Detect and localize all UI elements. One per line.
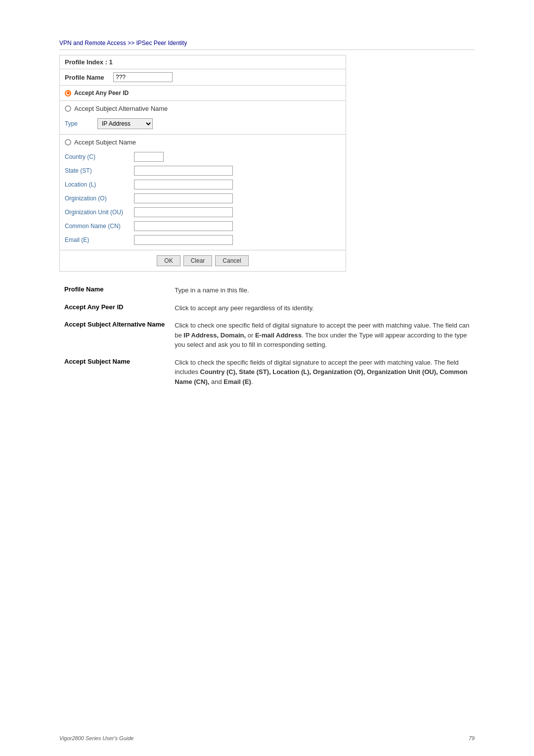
accept-any-peer-radio[interactable]	[65, 90, 71, 96]
email-label: Email (E)	[65, 236, 124, 243]
description-table: Profile Name Type in a name in this file…	[59, 282, 475, 390]
ok-button[interactable]: OK	[157, 255, 180, 266]
subject-name-label: Accept Subject Name	[74, 139, 136, 146]
subject-name-header[interactable]: Accept Subject Name	[60, 135, 346, 150]
form-panel: Profile Index : 1 Profile Name Accept An…	[59, 55, 346, 272]
desc-row-accept-subject: Accept Subject Name Click to check the s…	[59, 354, 475, 391]
common-name-label: Common Name (CN)	[65, 223, 124, 230]
desc-row-accept-alt: Accept Subject Alternative Name Click to…	[59, 317, 475, 354]
desc-term-accept-any: Accept Any Peer ID	[59, 299, 170, 317]
desc-def-profile-name: Type in a name in this file.	[170, 282, 475, 299]
profile-index: Profile Index : 1	[65, 58, 113, 66]
alt-name-header[interactable]: Accept Subject Alternative Name	[60, 101, 346, 116]
desc-term-accept-subject: Accept Subject Name	[59, 354, 170, 391]
alt-name-type-row: Type IP Address Domain E-mail Address	[60, 116, 346, 134]
org-unit-row: Orginization Unit (OU)	[60, 205, 346, 219]
cancel-button[interactable]: Cancel	[215, 255, 248, 266]
desc-term-accept-alt: Accept Subject Alternative Name	[59, 317, 170, 354]
email-input[interactable]	[134, 235, 233, 245]
alt-name-label: Accept Subject Alternative Name	[74, 105, 168, 112]
desc-term-profile-name: Profile Name	[59, 282, 170, 299]
org-unit-label: Orginization Unit (OU)	[65, 209, 124, 216]
accept-any-peer-label: Accept Any Peer ID	[74, 90, 129, 96]
type-label: Type	[65, 120, 78, 127]
org-row: Orginization (O)	[60, 191, 346, 205]
form-header: Profile Index : 1	[60, 55, 346, 69]
state-label: State (ST)	[65, 167, 124, 174]
common-name-row: Common Name (CN)	[60, 219, 346, 233]
common-name-input[interactable]	[134, 221, 233, 231]
location-label: Location (L)	[65, 181, 124, 188]
profile-name-input[interactable]	[113, 72, 173, 82]
type-select[interactable]: IP Address Domain E-mail Address	[97, 118, 153, 129]
desc-row-profile-name: Profile Name Type in a name in this file…	[59, 282, 475, 299]
profile-name-row: Profile Name	[60, 69, 346, 86]
breadcrumb: VPN and Remote Access >> IPSec Peer Iden…	[59, 40, 475, 50]
footer-left: Vigor2800 Series User's Guide	[59, 735, 134, 741]
country-label: Country (C)	[65, 153, 124, 160]
desc-def-accept-alt: Click to check one specific field of dig…	[170, 317, 475, 354]
org-label: Orginization (O)	[65, 195, 124, 202]
org-input[interactable]	[134, 193, 233, 203]
clear-button[interactable]: Clear	[183, 255, 213, 266]
buttons-row: OK Clear Cancel	[60, 250, 346, 271]
alt-name-radio[interactable]	[65, 105, 71, 112]
alt-name-section: Accept Subject Alternative Name Type IP …	[60, 101, 346, 135]
location-row: Location (L)	[60, 178, 346, 191]
country-row: Country (C)	[60, 150, 346, 164]
state-input[interactable]	[134, 166, 233, 176]
profile-name-label: Profile Name	[65, 74, 109, 81]
subject-name-radio[interactable]	[65, 139, 71, 145]
desc-def-accept-any: Click to accept any peer regardless of i…	[170, 299, 475, 317]
country-input[interactable]	[134, 152, 164, 162]
state-row: State (ST)	[60, 164, 346, 178]
desc-row-accept-any: Accept Any Peer ID Click to accept any p…	[59, 299, 475, 317]
location-input[interactable]	[134, 180, 233, 189]
footer: Vigor2800 Series User's Guide 79	[0, 735, 534, 741]
footer-right: 79	[469, 735, 475, 741]
subject-name-section: Accept Subject Name Country (C) State (S…	[60, 135, 346, 250]
org-unit-input[interactable]	[134, 207, 233, 217]
email-row: Email (E)	[60, 233, 346, 250]
desc-def-accept-subject: Click to check the specific fields of di…	[170, 354, 475, 391]
accept-any-peer-row[interactable]: Accept Any Peer ID	[60, 86, 346, 101]
